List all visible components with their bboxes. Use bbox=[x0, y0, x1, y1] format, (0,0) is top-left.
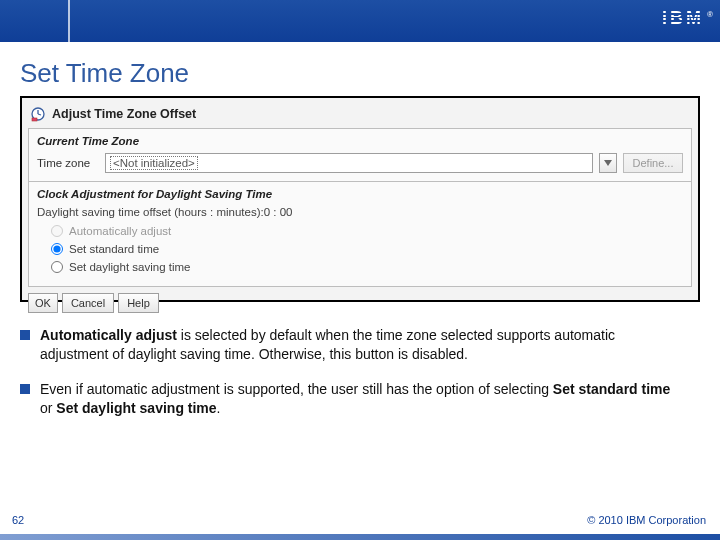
bullet-1: Automatically adjust is selected by defa… bbox=[20, 326, 680, 364]
timezone-select[interactable]: <Not initialized> bbox=[105, 153, 593, 173]
bullet-2: Even if automatic adjustment is supporte… bbox=[20, 380, 680, 418]
timezone-value: <Not initialized> bbox=[110, 156, 198, 170]
bullet-2-bold2: Set daylight saving time bbox=[56, 400, 216, 416]
slide-root: IBM ® Set Time Zone Adjust Time Zone Off… bbox=[0, 0, 720, 540]
radio-standard-label: Set standard time bbox=[69, 240, 159, 258]
current-timezone-panel: Current Time Zone Time zone <Not initial… bbox=[28, 128, 692, 182]
bullet-1-bold: Automatically adjust bbox=[40, 327, 177, 343]
dialog-button-row: OK Cancel Help bbox=[28, 293, 692, 313]
dst-panel: Clock Adjustment for Daylight Saving Tim… bbox=[28, 181, 692, 287]
ibm-logo: IBM bbox=[662, 8, 704, 29]
chevron-down-icon bbox=[604, 160, 612, 166]
section-dst: Clock Adjustment for Daylight Saving Tim… bbox=[37, 188, 683, 200]
copyright: © 2010 IBM Corporation bbox=[587, 514, 706, 526]
radio-standard-input[interactable] bbox=[51, 243, 63, 255]
bullet-2-text: Even if automatic adjustment is supporte… bbox=[40, 380, 680, 418]
radio-daylight-time[interactable]: Set daylight saving time bbox=[51, 258, 683, 276]
bullet-2-end: . bbox=[217, 400, 221, 416]
bullet-2-mid: or bbox=[40, 400, 56, 416]
timezone-row: Time zone <Not initialized> Define... bbox=[37, 153, 683, 173]
bullet-2-bold1: Set standard time bbox=[553, 381, 670, 397]
svg-rect-3 bbox=[32, 118, 37, 121]
dst-offset-line: Daylight saving time offset (hours : min… bbox=[37, 206, 683, 218]
header-band: IBM ® bbox=[0, 0, 720, 42]
registered-mark: ® bbox=[707, 10, 713, 19]
dst-offset-label: Daylight saving time offset (hours : min… bbox=[37, 206, 264, 218]
page-title: Set Time Zone bbox=[20, 58, 189, 89]
radio-auto-adjust[interactable]: Automatically adjust bbox=[51, 222, 683, 240]
dialog-titlebar: Adjust Time Zone Offset bbox=[28, 104, 692, 126]
timezone-dropdown-arrow[interactable] bbox=[599, 153, 617, 173]
bullet-1-text: Automatically adjust is selected by defa… bbox=[40, 326, 680, 364]
dialog-screenshot: Adjust Time Zone Offset Current Time Zon… bbox=[20, 96, 700, 302]
radio-daylight-label: Set daylight saving time bbox=[69, 258, 190, 276]
bullet-icon bbox=[20, 384, 30, 394]
bullet-2-pre: Even if automatic adjustment is supporte… bbox=[40, 381, 553, 397]
footer-stripe bbox=[0, 534, 720, 540]
dialog-title: Adjust Time Zone Offset bbox=[52, 107, 196, 121]
header-divider bbox=[68, 0, 70, 42]
timezone-label: Time zone bbox=[37, 157, 99, 169]
page-number: 62 bbox=[12, 514, 24, 526]
cancel-button[interactable]: Cancel bbox=[62, 293, 114, 313]
bullet-icon bbox=[20, 330, 30, 340]
define-button[interactable]: Define... bbox=[623, 153, 683, 173]
clock-icon bbox=[30, 106, 46, 122]
help-button[interactable]: Help bbox=[118, 293, 159, 313]
radio-auto-label: Automatically adjust bbox=[69, 222, 171, 240]
dst-offset-value: 0 : 00 bbox=[264, 206, 293, 218]
radio-standard-time[interactable]: Set standard time bbox=[51, 240, 683, 258]
body-text: Automatically adjust is selected by defa… bbox=[20, 326, 680, 434]
section-current-timezone: Current Time Zone bbox=[37, 135, 683, 147]
ok-button[interactable]: OK bbox=[28, 293, 58, 313]
radio-daylight-input[interactable] bbox=[51, 261, 63, 273]
radio-auto-input[interactable] bbox=[51, 225, 63, 237]
dst-radio-group: Automatically adjust Set standard time S… bbox=[37, 222, 683, 276]
